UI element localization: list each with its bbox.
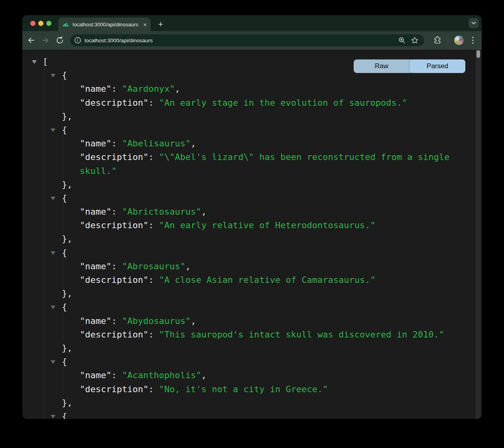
raw-button[interactable]: Raw <box>354 59 410 73</box>
json-row: "name": "Abrictosaurus", <box>22 205 482 219</box>
json-comma: , <box>201 370 207 380</box>
forward-button[interactable] <box>41 36 50 45</box>
parsed-button[interactable]: Parsed <box>410 59 465 73</box>
collapse-toggle-icon[interactable] <box>51 415 55 418</box>
address-bar[interactable]: localhost:3000/api/dinosaurs <box>70 34 424 46</box>
json-key: "description" <box>80 220 148 230</box>
tree-guide-line <box>63 258 63 289</box>
toolbar-divider <box>448 36 448 44</box>
collapse-toggle-icon[interactable] <box>51 74 55 77</box>
json-row: "description": "\"Abel's lizard\" has be… <box>22 150 482 164</box>
json-key: "name" <box>80 316 111 326</box>
tab-close-icon[interactable]: × <box>143 22 147 28</box>
json-row: { <box>22 410 482 419</box>
three-dot-menu-icon <box>472 37 474 44</box>
tab-favicon-icon <box>62 21 69 28</box>
json-row: }, <box>22 341 482 355</box>
zoom-icon[interactable] <box>398 36 406 44</box>
tab-localhost-dinosaurs[interactable]: localhost:3000/api/dinosaurs × <box>58 18 151 31</box>
json-colon: : <box>148 152 159 162</box>
tab-search-button[interactable] <box>469 18 479 28</box>
json-comma: , <box>191 138 196 148</box>
collapse-toggle-icon[interactable] <box>51 360 55 364</box>
json-colon: : <box>111 316 122 326</box>
json-comma: , <box>191 316 196 326</box>
browser-menu-button[interactable] <box>468 36 478 45</box>
tree-guide-line <box>63 312 63 343</box>
json-colon: : <box>111 370 122 380</box>
json-colon: : <box>148 98 159 108</box>
json-key: "description" <box>80 98 148 108</box>
json-row: { <box>22 355 482 369</box>
scrollbar-thumb[interactable] <box>476 50 480 58</box>
json-row: { <box>22 191 482 205</box>
dinosaur-name-value: "Abrictosaurus" <box>122 207 201 217</box>
json-tree: [{"name": "Aardonyx","description": "An … <box>22 49 482 419</box>
dinosaur-name-value: "Abydosaurus" <box>122 316 191 326</box>
browser-window: localhost:3000/api/dinosaurs × + <box>22 15 482 419</box>
collapse-toggle-icon[interactable] <box>51 306 55 309</box>
object-open-brace: { <box>62 193 67 203</box>
json-colon: : <box>111 84 122 94</box>
object-open-brace: { <box>62 411 67 419</box>
json-row: "description": "A close Asian relative o… <box>22 273 482 287</box>
maximize-button[interactable] <box>46 21 51 26</box>
object-open-brace: { <box>62 125 67 135</box>
json-row: "name": "Abydosaurus", <box>22 314 482 328</box>
json-comma: , <box>201 207 207 217</box>
object-close-brace: }, <box>62 180 73 189</box>
json-key: "name" <box>80 370 111 380</box>
json-comma: , <box>175 84 180 94</box>
object-close-brace: }, <box>62 343 73 353</box>
object-open-brace: { <box>62 248 67 258</box>
dinosaur-name-value: "Abelisaurus" <box>122 138 191 148</box>
url-text[interactable]: localhost:3000/api/dinosaurs <box>85 37 398 43</box>
json-row: "name": "Acanthopholis", <box>22 369 482 382</box>
dinosaur-description-value: skull." <box>80 166 117 176</box>
collapse-toggle-icon[interactable] <box>32 60 37 64</box>
json-row: { <box>22 123 482 137</box>
raw-parsed-toggle: Raw Parsed <box>354 59 465 73</box>
json-comma: , <box>185 261 191 271</box>
forward-icon <box>41 36 50 45</box>
reload-icon <box>55 36 65 45</box>
back-button[interactable] <box>26 36 36 45</box>
json-colon: : <box>111 207 122 217</box>
profile-avatar[interactable] <box>454 35 464 45</box>
collapse-toggle-icon[interactable] <box>51 128 55 132</box>
json-row: "description": "No, it's not a city in G… <box>22 383 482 396</box>
json-row: }, <box>22 178 482 191</box>
collapse-toggle-icon[interactable] <box>51 251 55 255</box>
reload-button[interactable] <box>55 36 65 45</box>
json-row: "name": "Abelisaurus", <box>22 137 482 150</box>
json-row: { <box>22 246 482 260</box>
new-tab-button[interactable]: + <box>155 18 167 31</box>
minimize-button[interactable] <box>38 21 43 26</box>
extensions-button[interactable] <box>433 36 442 45</box>
json-row: }, <box>22 287 482 300</box>
bookmark-star-icon[interactable] <box>411 36 419 44</box>
dinosaur-name-value: "Aardonyx" <box>122 84 175 94</box>
json-colon: : <box>111 261 122 271</box>
dinosaur-name-value: "Acanthopholis" <box>122 370 201 380</box>
json-key: "description" <box>80 330 148 339</box>
dinosaur-description-value: "An early stage in the evolution of saur… <box>159 98 408 108</box>
object-open-brace: { <box>62 302 67 312</box>
dinosaur-description-value: "A close Asian relative of Camarasaurus.… <box>159 275 376 285</box>
tab-strip: localhost:3000/api/dinosaurs × + <box>22 15 482 31</box>
tree-guide-line <box>63 135 63 180</box>
site-info-icon[interactable] <box>74 37 81 44</box>
back-icon <box>26 36 36 45</box>
collapse-toggle-icon[interactable] <box>51 197 55 200</box>
json-key: "name" <box>80 138 111 148</box>
page-content: Raw Parsed [{"name": "Aardonyx","descrip… <box>22 49 482 419</box>
scrollbar-track[interactable] <box>476 49 481 419</box>
json-colon: : <box>148 220 159 230</box>
dinosaur-name-value: "Abrosaurus" <box>122 261 185 271</box>
close-button[interactable] <box>30 21 35 26</box>
json-colon: : <box>111 138 122 148</box>
json-row: "description": "An early stage in the ev… <box>22 96 482 110</box>
dinosaur-description-value: "No, it's not a city in Greece." <box>159 384 328 394</box>
json-key: "description" <box>80 384 148 394</box>
json-row: }, <box>22 232 482 246</box>
